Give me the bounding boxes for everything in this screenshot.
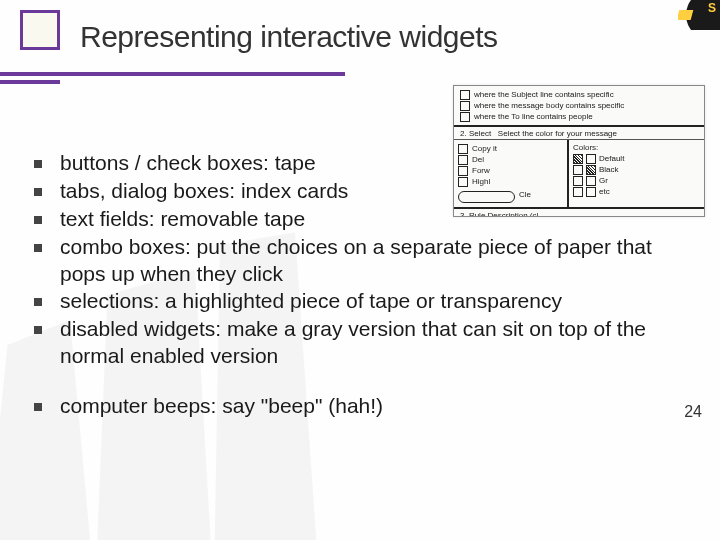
sketch-input-icon (458, 191, 515, 203)
list-item: combo boxes: put the choices on a separa… (30, 234, 698, 288)
title-underline (0, 72, 345, 76)
list-item: computer beeps: say "beep" (hah!) (30, 393, 698, 420)
page-number: 24 (684, 403, 702, 421)
title-underline-secondary (0, 80, 60, 84)
title-square-icon (20, 10, 60, 50)
logo-letter: S (708, 1, 716, 15)
slide-title: Representing interactive widgets (80, 20, 720, 53)
list-item: disabled widgets: make a gray version th… (30, 316, 698, 370)
bullet-list-2: computer beeps: say "beep" (hah!) (30, 393, 698, 420)
hand-sketch-illustration: where the Subject line contains specific… (453, 85, 705, 217)
list-item: selections: a highlighted piece of tape … (30, 288, 698, 315)
